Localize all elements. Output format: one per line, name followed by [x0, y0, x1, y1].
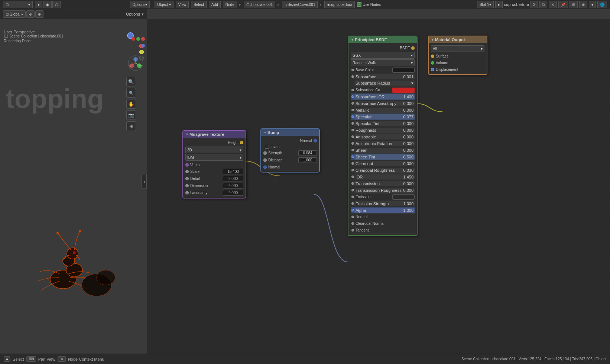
count-btn[interactable]: 2	[530, 1, 538, 8]
bump-normal-output-socket[interactable]	[314, 139, 317, 142]
emission-swatch[interactable]	[392, 194, 415, 200]
height-output-socket[interactable]	[240, 141, 243, 144]
distance-input[interactable]	[298, 157, 317, 163]
vp-mode-btn[interactable]: ⊡ Global ▾	[3, 10, 26, 18]
world-btn[interactable]: 🌐	[597, 1, 607, 8]
node-select-btn[interactable]: Select	[191, 1, 207, 8]
strength-input[interactable]	[298, 150, 317, 156]
grid-btn[interactable]: ⊞	[126, 121, 136, 131]
vp-snap-btn[interactable]: ⊙	[26, 10, 35, 18]
subsurface-co-swatch[interactable]	[392, 88, 415, 93]
node-object-btn[interactable]: Object ▾	[155, 1, 173, 8]
musgrave-3d-dropdown[interactable]: 3D ▾	[185, 147, 243, 153]
musgrave-fbm-dropdown[interactable]: fBM ▾	[185, 154, 243, 161]
use-nodes-toggle[interactable]: ✓ Use Nodes	[357, 2, 381, 7]
breadcrumb-bezier[interactable]: ∿ BezierCurve.001	[282, 1, 318, 8]
specular-socket[interactable]	[351, 115, 354, 118]
volume-socket[interactable]	[431, 61, 434, 65]
principled-header[interactable]: ▾ Principled BSDF	[348, 36, 417, 43]
ior-socket[interactable]	[351, 176, 354, 178]
all-dropdown[interactable]: All ▾	[431, 45, 484, 52]
sheen-tint-field[interactable]: Sheen Tint 0.500	[354, 154, 415, 160]
cc-normal-socket[interactable]	[351, 222, 354, 225]
material-icon[interactable]: ◉	[43, 1, 52, 8]
panel-collapse-btn[interactable]: ◂	[142, 174, 147, 189]
subsurface-radius-field[interactable]: Subsurface Radius ▾	[354, 81, 415, 86]
ggx-dropdown[interactable]: GGX ▾	[351, 52, 415, 59]
node-editor[interactable]: ▾ Musgrave Texture Height 3D ▾ fBM ▾ Vec…	[147, 19, 610, 354]
spec-tint-field[interactable]: Specular Tint 0.000	[354, 121, 415, 126]
subsurface-ior-socket[interactable]	[351, 95, 354, 98]
transmission-field[interactable]: Transmission 0.000	[354, 181, 415, 186]
breadcrumb-cup[interactable]: ● cup-cobertura	[324, 1, 355, 8]
bump-collapse[interactable]: ▾	[264, 131, 266, 134]
alpha-socket[interactable]	[351, 209, 354, 211]
options-btn[interactable]: Options ▾	[130, 1, 150, 8]
vector-input-socket[interactable]	[185, 163, 189, 167]
node-add-btn[interactable]: Add	[209, 1, 221, 8]
hand-btn[interactable]: ✋	[126, 99, 136, 109]
ior-field[interactable]: IOR 1.450	[354, 174, 415, 180]
musgrave-texture-node[interactable]: ▾ Musgrave Texture Height 3D ▾ fBM ▾ Vec…	[182, 130, 246, 199]
node-view-btn[interactable]: View	[176, 1, 189, 8]
clearcoat-field[interactable]: Clearcoat 0.000	[354, 161, 415, 166]
pan-view-key[interactable]: ⌨	[26, 356, 36, 362]
zoom-in-btn[interactable]: 🔍	[126, 77, 136, 86]
3d-viewport[interactable]: ⊡ Global ▾ ⊙ ⊕ Options ▾ User Perspectiv…	[0, 9, 147, 354]
random-walk-dropdown[interactable]: Random Walk ▾	[351, 59, 415, 66]
slot-selector[interactable]: Slot 1 ▾	[477, 1, 494, 8]
trans-rough-field[interactable]: Transmission Roughness 0.000	[354, 188, 415, 193]
sub-aniso-field[interactable]: Subsurface Anisotropy 0.000	[354, 101, 415, 106]
distance-socket[interactable]	[263, 158, 267, 162]
breadcrumb-chocolate[interactable]: ⬡ chocolate.001	[244, 1, 275, 8]
bump-header[interactable]: ▾ Bump	[261, 129, 319, 136]
material-output-node[interactable]: ▾ Material Output All ▾ Surface Volume D	[428, 36, 487, 75]
spec-tint-socket[interactable]	[351, 122, 354, 125]
mode-selector[interactable]: ⊡ ▾	[3, 1, 33, 8]
base-color-socket[interactable]	[351, 69, 354, 71]
principled-collapse[interactable]: ▾	[351, 38, 353, 42]
subsurface-socket[interactable]	[351, 75, 354, 78]
metallic-socket[interactable]	[351, 109, 354, 111]
specular-field[interactable]: Specular 0.077	[354, 114, 415, 119]
camera-btn[interactable]: 📷	[126, 110, 136, 120]
output-collapse[interactable]: ▾	[432, 38, 434, 42]
bump-normal-input-socket[interactable]	[263, 165, 267, 169]
aniso-rot-field[interactable]: Anisotropic Rotation 0.000	[354, 141, 415, 146]
principled-bsdf-node[interactable]: ▾ Principled BSDF BSDF GGX ▾ Random Walk…	[348, 36, 418, 236]
scale-input[interactable]	[223, 169, 243, 174]
musgrave-header[interactable]: ▾ Musgrave Texture	[183, 131, 246, 138]
emission-socket[interactable]	[351, 196, 354, 198]
solid-icon[interactable]: ●	[35, 1, 42, 8]
bsdf-output-socket[interactable]	[411, 46, 415, 50]
clearcoat-socket[interactable]	[351, 162, 354, 165]
detail-socket[interactable]	[185, 177, 189, 180]
editor-btn2[interactable]: ⊕	[579, 1, 587, 8]
view-selector[interactable]: ●	[495, 1, 503, 8]
scale-socket[interactable]	[185, 170, 189, 173]
editor-btn3[interactable]: ▾	[589, 1, 596, 8]
render-icon[interactable]: ⬡	[52, 1, 61, 8]
invert-checkbox[interactable]	[265, 145, 269, 149]
node-node-btn[interactable]: Node	[223, 1, 237, 8]
lacunarity-input[interactable]	[223, 190, 243, 196]
lacunarity-socket[interactable]	[185, 191, 189, 194]
base-color-swatch[interactable]	[392, 68, 415, 73]
tangent-socket[interactable]	[351, 229, 354, 232]
cc-rough-socket[interactable]	[351, 169, 354, 171]
subsurface-co-socket[interactable]	[351, 89, 354, 91]
strength-socket[interactable]	[263, 151, 267, 155]
aniso-rot-socket[interactable]	[351, 142, 354, 145]
use-nodes-checkbox[interactable]: ✓	[357, 2, 361, 7]
alpha-field[interactable]: Alpha 1.000	[354, 208, 415, 213]
subsurface-ior-field[interactable]: Subsurface IOR 1.400	[354, 94, 415, 99]
subsurface-field[interactable]: Subsurface 0.001	[354, 74, 415, 79]
normal-socket[interactable]	[351, 216, 354, 218]
transmission-socket[interactable]	[351, 182, 354, 185]
em-strength-socket[interactable]	[351, 202, 354, 205]
surface-socket[interactable]	[431, 55, 434, 58]
node-context-key[interactable]: 🖱	[58, 356, 66, 362]
dimension-socket[interactable]	[185, 184, 189, 187]
roughness-field[interactable]: Roughness 0.000	[354, 128, 415, 133]
sheen-field[interactable]: Sheen 0.000	[354, 148, 415, 153]
